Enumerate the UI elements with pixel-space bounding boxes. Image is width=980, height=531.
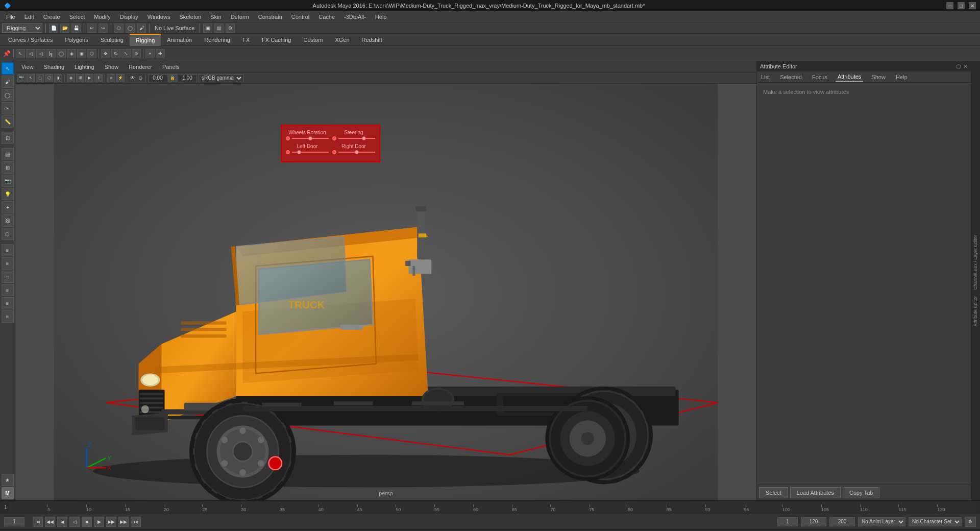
vp-menu-panels[interactable]: Panels <box>159 63 183 71</box>
cross-icon[interactable]: ✚ <box>156 49 165 58</box>
paint-select-icon[interactable]: ◁ <box>26 49 35 58</box>
vp-lock-icon[interactable]: 🔒 <box>168 74 177 82</box>
menu-help[interactable]: Help <box>371 13 391 21</box>
tab-redshift[interactable]: Redshift <box>356 34 388 46</box>
light-tool[interactable]: 💡 <box>2 188 14 200</box>
menu-control[interactable]: Control <box>287 13 313 21</box>
pin-icon[interactable]: 📌 <box>2 49 11 58</box>
menu-skin[interactable]: Skin <box>206 13 225 21</box>
viewport-canvas[interactable]: TRUCK Y X Z Wheels Rotation <box>15 84 756 500</box>
vp-menu-renderer[interactable]: Renderer <box>126 63 155 71</box>
tab-custom[interactable]: Custom <box>298 34 329 46</box>
vp-value1-input[interactable] <box>148 74 167 82</box>
new-file-icon[interactable]: 📄 <box>49 23 58 33</box>
vp-menu-lighting[interactable]: Lighting <box>71 63 97 71</box>
menu-display[interactable]: Display <box>116 13 142 21</box>
render-settings-icon[interactable]: ⚙ <box>226 23 235 33</box>
attr-float-icon[interactable]: ⬡ <box>956 63 961 70</box>
tab-sculpting[interactable]: Sculpting <box>94 34 130 46</box>
jump-start-button[interactable]: ⏮ <box>33 517 43 527</box>
steering-slider[interactable] <box>332 136 375 140</box>
copy-tab-button[interactable]: Copy Tab <box>843 487 879 498</box>
menu-select[interactable]: Select <box>65 13 89 21</box>
menu-skeleton[interactable]: Skeleton <box>175 13 205 21</box>
vp-plugin-icon[interactable]: ⚡ <box>116 74 125 82</box>
vp-wire-icon[interactable]: ⬡ <box>45 74 53 82</box>
measure-tool[interactable]: 📏 <box>2 115 14 128</box>
attr-tab-focus[interactable]: Focus <box>810 73 829 81</box>
plus-icon[interactable]: + <box>145 49 155 58</box>
render-icon[interactable]: ▣ <box>203 23 212 33</box>
lasso-icon[interactable]: ◯ <box>126 23 135 33</box>
vp-resolution-icon[interactable]: ⊞ <box>76 74 84 82</box>
redo-icon[interactable]: ↪ <box>99 23 108 33</box>
select-tool[interactable]: ↖ <box>2 62 14 75</box>
grid-tool[interactable]: ⊞ <box>2 161 14 174</box>
tab-rendering[interactable]: Rendering <box>198 34 236 46</box>
close-button[interactable]: ✕ <box>969 2 976 9</box>
vp-extra-icon[interactable]: ⊙ <box>137 75 143 81</box>
menu-modify[interactable]: Modify <box>90 13 114 21</box>
tab-fx[interactable]: FX <box>236 34 256 46</box>
maximize-button[interactable]: □ <box>958 2 965 9</box>
comp2-icon[interactable]: ⬡ <box>87 49 96 58</box>
select-mode-icon[interactable]: ⬡ <box>114 23 124 33</box>
vp-menu-show[interactable]: Show <box>102 63 122 71</box>
paint-icon[interactable]: 🖌 <box>137 23 146 33</box>
undo-icon[interactable]: ↩ <box>87 23 96 33</box>
open-file-icon[interactable]: 📂 <box>60 23 69 33</box>
vp-eye-icon[interactable]: 👁 <box>129 75 136 81</box>
attr-tab-show[interactable]: Show <box>869 73 888 81</box>
scale-icon[interactable]: ⤡ <box>121 49 131 58</box>
menu-constrain[interactable]: Constrain <box>254 13 286 21</box>
menu-file[interactable]: File <box>2 13 19 21</box>
list-tool-6[interactable]: ≡ <box>2 310 14 323</box>
jump-end-button[interactable]: ⏭ <box>131 517 141 527</box>
attr-tab-attributes[interactable]: Attributes <box>836 73 863 82</box>
save-file-icon[interactable]: 💾 <box>71 23 81 33</box>
transform-icon[interactable]: ⊕ <box>132 49 141 58</box>
channel-box-tab[interactable]: Channel Box / Layer Editor <box>972 233 979 292</box>
menu-edit[interactable]: Edit <box>20 13 38 21</box>
paint-tool[interactable]: 🖌 <box>2 76 14 88</box>
next-frame-button[interactable]: ▶▶ <box>106 517 116 527</box>
list-tool-3[interactable]: ≡ <box>2 271 14 283</box>
select-tool-icon[interactable]: ↖ <box>16 49 25 58</box>
wheels-slider[interactable] <box>286 136 329 140</box>
lasso-select-icon[interactable]: ◁ <box>36 49 45 58</box>
vp-value2-input[interactable] <box>178 74 197 82</box>
attr-tab-help[interactable]: Help <box>894 73 910 81</box>
list-tool-2[interactable]: ≡ <box>2 257 14 270</box>
end-frame-input[interactable] <box>829 517 855 526</box>
character-set-dropdown[interactable]: No Character Set <box>909 517 962 526</box>
tab-xgen[interactable]: XGen <box>329 34 355 46</box>
ipr-icon[interactable]: ▤ <box>214 23 224 33</box>
tab-polygons[interactable]: Polygons <box>59 34 94 46</box>
vp-headup-icon[interactable]: ℹ <box>94 74 103 82</box>
menu-windows[interactable]: Windows <box>143 13 175 21</box>
timeline-ruler[interactable]: 5101520253035404550556065707580859095100… <box>9 502 976 512</box>
anim-layer-dropdown[interactable]: No Anim Layer <box>858 517 905 526</box>
layer-tool[interactable]: ▤ <box>2 148 14 160</box>
marquee-icon[interactable]: [╗ <box>46 49 56 58</box>
vp-menu-shading[interactable]: Shading <box>41 63 67 71</box>
camera-tool[interactable]: 📷 <box>2 175 14 187</box>
start-frame-input[interactable] <box>4 517 24 526</box>
vp-menu-view[interactable]: View <box>18 63 37 71</box>
prev-frame-button[interactable]: ◀ <box>57 517 67 527</box>
vp-playblast-icon[interactable]: ▶ <box>85 74 93 82</box>
list-tool-4[interactable]: ≡ <box>2 284 14 296</box>
constraint-tool[interactable]: ⛓ <box>2 214 14 227</box>
play-back-button[interactable]: ◁ <box>69 517 80 527</box>
component-icon[interactable]: ◈ <box>67 49 76 58</box>
tab-curves-surfaces[interactable]: Curves / Surfaces <box>2 34 59 46</box>
list-tool-1[interactable]: ≡ <box>2 244 14 256</box>
list-tool-5[interactable]: ≡ <box>2 297 14 309</box>
attr-tab-list[interactable]: List <box>759 73 772 81</box>
current-frame-input[interactable] <box>777 517 798 526</box>
tab-fx-caching[interactable]: FX Caching <box>256 34 297 46</box>
lasso-tool[interactable]: ◯ <box>2 89 14 101</box>
range-end-input[interactable] <box>801 517 826 526</box>
vp-xray-icon[interactable]: ◌ <box>36 74 44 82</box>
vp-isolate-icon[interactable]: ◈ <box>67 74 75 82</box>
